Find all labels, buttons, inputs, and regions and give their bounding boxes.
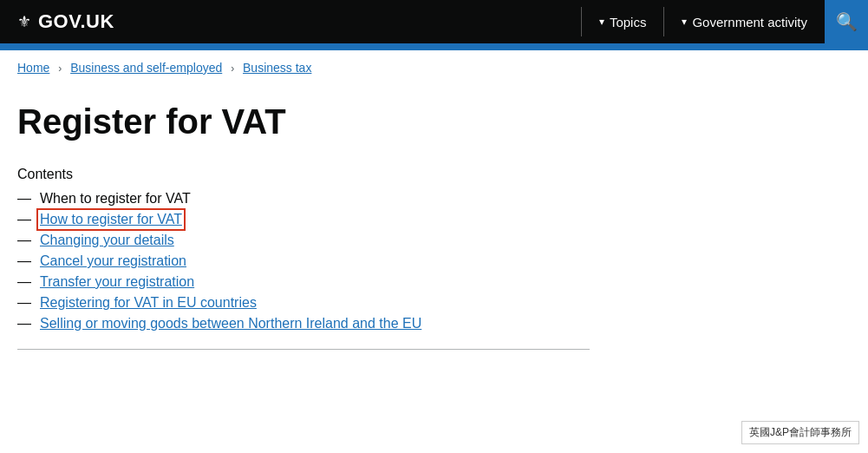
dash-icon: — bbox=[17, 295, 31, 311]
contents-item-label: When to register for VAT bbox=[40, 191, 191, 207]
header-nav: ▾ Topics ▾ Government activity bbox=[582, 0, 825, 43]
list-item: — Changing your details bbox=[17, 233, 590, 248]
contents-heading: Contents bbox=[17, 167, 590, 182]
dash-icon: — bbox=[17, 191, 31, 207]
list-item: — How to register for VAT bbox=[17, 212, 590, 227]
dash-icon: — bbox=[17, 233, 31, 248]
main-content: Register for VAT Contents — When to regi… bbox=[0, 85, 607, 384]
dash-icon: — bbox=[17, 316, 31, 332]
list-item: — Cancel your registration bbox=[17, 253, 590, 269]
breadcrumb-sep-1: › bbox=[58, 62, 62, 75]
dash-icon: — bbox=[17, 253, 31, 269]
list-item: — Registering for VAT in EU countries bbox=[17, 295, 590, 311]
contents-link-transfer-registration[interactable]: Transfer your registration bbox=[40, 274, 194, 290]
bottom-divider bbox=[17, 349, 590, 350]
contents-link-northern-ireland[interactable]: Selling or moving goods between Northern… bbox=[40, 316, 421, 332]
page-title: Register for VAT bbox=[17, 102, 590, 141]
breadcrumb-sep-2: › bbox=[231, 62, 234, 75]
gov-activity-label: Government activity bbox=[692, 15, 807, 30]
search-icon: 🔍 bbox=[836, 11, 858, 32]
list-item: — When to register for VAT bbox=[17, 191, 590, 207]
list-item: — Selling or moving goods between Northe… bbox=[17, 316, 590, 332]
site-header: ⚜ GOV.UK ▾ Topics ▾ Government activity … bbox=[0, 0, 868, 43]
gov-uk-logo[interactable]: ⚜ GOV.UK bbox=[0, 0, 581, 43]
gov-activity-nav-item[interactable]: ▾ Government activity bbox=[664, 0, 825, 43]
contents-link-eu-vat[interactable]: Registering for VAT in EU countries bbox=[40, 295, 257, 311]
contents-link-changing-details[interactable]: Changing your details bbox=[40, 233, 174, 248]
dash-icon: — bbox=[17, 274, 31, 290]
gov-activity-chevron-icon: ▾ bbox=[682, 16, 687, 28]
blue-bar bbox=[0, 43, 868, 50]
dash-icon: — bbox=[17, 212, 31, 227]
logo-text: GOV.UK bbox=[38, 10, 114, 33]
breadcrumb-business-tax[interactable]: Business tax bbox=[243, 61, 311, 75]
topics-chevron-icon: ▾ bbox=[599, 16, 604, 28]
topics-nav-item[interactable]: ▾ Topics bbox=[582, 0, 664, 43]
crown-icon: ⚜ bbox=[17, 12, 31, 31]
breadcrumb-home[interactable]: Home bbox=[17, 61, 49, 75]
list-item: — Transfer your registration bbox=[17, 274, 590, 290]
search-button[interactable]: 🔍 bbox=[825, 0, 868, 43]
contents-link-cancel-registration[interactable]: Cancel your registration bbox=[40, 253, 186, 269]
contents-list: — When to register for VAT — How to regi… bbox=[17, 191, 590, 332]
contents-link-how-to-register[interactable]: How to register for VAT bbox=[40, 212, 182, 226]
breadcrumb-business[interactable]: Business and self-employed bbox=[70, 61, 222, 75]
breadcrumb: Home › Business and self-employed › Busi… bbox=[0, 50, 868, 85]
topics-label: Topics bbox=[610, 15, 647, 30]
